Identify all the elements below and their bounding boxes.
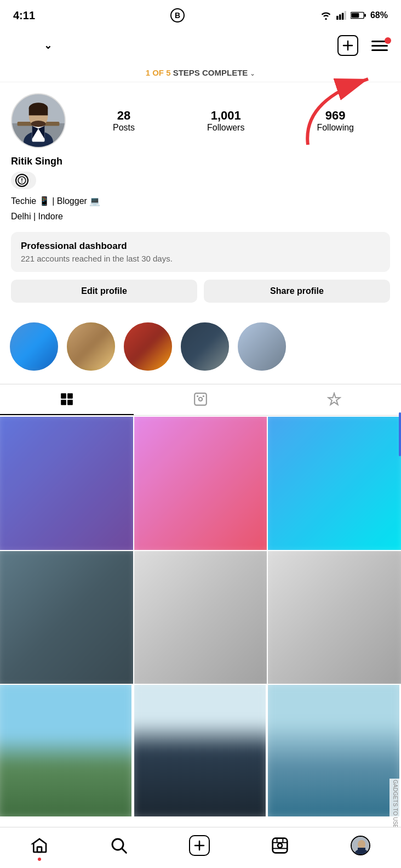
posts-label: Posts	[113, 123, 135, 132]
highlight-circle-3	[124, 322, 172, 371]
profile-info: Ritik Singh Techie 📱 | Blogger 💻 Delhi |…	[11, 156, 390, 223]
posts-stat[interactable]: 28 Posts	[113, 109, 135, 133]
status-time: 4:11	[13, 9, 35, 22]
pro-dashboard[interactable]: Professional dashboard 221 accounts reac…	[11, 232, 390, 272]
signal-icon	[336, 11, 346, 20]
tab-reels[interactable]	[134, 384, 267, 415]
bottom-nav	[0, 827, 401, 868]
bio-line-2: Delhi | Indore	[11, 210, 390, 223]
menu-button[interactable]	[369, 38, 390, 53]
wifi-icon	[320, 11, 332, 20]
profile-top: 28 Posts 1,001 Followers 969 Following	[11, 93, 390, 148]
highlight-item-5[interactable]	[238, 322, 286, 371]
bio-line-1: Techie 📱 | Blogger 💻	[11, 195, 390, 208]
profile-avatar-nav	[351, 836, 370, 855]
svg-rect-3	[345, 11, 346, 20]
highlight-item-3[interactable]	[124, 322, 172, 371]
new-post-button[interactable]	[335, 33, 360, 58]
highlight-item-1[interactable]	[10, 322, 58, 371]
grid-tabs	[0, 384, 401, 416]
nav-search[interactable]	[104, 835, 134, 856]
status-right: 68%	[320, 10, 388, 20]
svg-point-28	[203, 395, 204, 397]
profile-name: Ritik Singh	[11, 156, 390, 167]
nav-home[interactable]	[24, 835, 55, 856]
edit-profile-button[interactable]: Edit profile	[11, 280, 197, 303]
svg-rect-24	[67, 400, 73, 405]
grid-item-3[interactable]	[268, 417, 401, 550]
profile-section: 28 Posts 1,001 Followers 969 Following R…	[0, 82, 401, 320]
highlight-circle-2	[67, 322, 115, 371]
svg-point-35	[278, 843, 282, 848]
steps-banner[interactable]: 1 OF 5 STEPS COMPLETE⌄	[0, 63, 401, 82]
svg-point-41	[358, 840, 365, 849]
status-bar: 4:11 B 68%	[0, 0, 401, 29]
new-post-icon	[337, 35, 358, 56]
highlight-item-2[interactable]	[67, 322, 115, 371]
svg-line-31	[122, 848, 126, 853]
steps-text: STEPS COMPLETE	[171, 68, 248, 77]
photo-grid	[0, 417, 401, 816]
action-buttons: Edit profile Share profile	[11, 280, 390, 303]
home-active-dot	[38, 858, 41, 861]
scroll-indicator	[399, 412, 401, 456]
grid-item-1[interactable]	[0, 417, 133, 550]
battery-percent: 68%	[370, 10, 388, 20]
grid-item-6[interactable]	[268, 551, 401, 684]
highlights-row	[5, 320, 396, 375]
grid-item-7[interactable]	[0, 685, 131, 816]
followers-label: Followers	[207, 123, 244, 132]
following-label: Following	[317, 123, 354, 132]
svg-rect-34	[273, 838, 288, 853]
nav-profile[interactable]	[344, 833, 377, 858]
svg-rect-23	[61, 400, 66, 405]
home-icon	[31, 837, 48, 854]
svg-rect-0	[336, 16, 339, 20]
reels-icon	[271, 837, 289, 854]
svg-rect-1	[339, 14, 341, 20]
tab-tagged[interactable]	[267, 384, 401, 415]
threads-badge[interactable]	[11, 172, 36, 189]
grid-item-5[interactable]	[134, 551, 267, 684]
watermark: GADGETS TO USE	[389, 779, 401, 830]
svg-rect-5	[364, 14, 366, 17]
pro-dashboard-title: Professional dashboard	[21, 241, 380, 252]
steps-chevron: ⌄	[250, 70, 255, 77]
svg-rect-6	[351, 13, 359, 18]
grid-item-9[interactable]	[268, 685, 399, 816]
steps-highlight: 1 OF 5	[146, 68, 171, 77]
share-profile-button[interactable]: Share profile	[204, 280, 390, 303]
svg-rect-25	[194, 393, 207, 405]
following-stat[interactable]: 969 Following	[317, 109, 354, 133]
followers-stat[interactable]: 1,001 Followers	[207, 109, 244, 133]
chevron-down-icon: ⌄	[44, 39, 52, 52]
highlights-section	[0, 320, 401, 375]
top-nav-right	[335, 33, 390, 58]
stats-row: 28 Posts 1,001 Followers 969 Following	[77, 109, 390, 133]
grid-item-8[interactable]	[134, 685, 266, 816]
nav-reels[interactable]	[265, 835, 295, 856]
tab-grid[interactable]	[0, 384, 134, 415]
highlight-circle-4	[181, 322, 229, 371]
svg-point-26	[199, 398, 203, 401]
svg-point-18	[31, 121, 46, 127]
svg-rect-43	[358, 848, 365, 854]
search-icon	[110, 837, 128, 854]
highlight-circle-5	[238, 322, 286, 371]
followers-count: 1,001	[207, 109, 244, 123]
top-nav: ⌄	[0, 29, 401, 63]
account-dropdown[interactable]: ⌄	[11, 39, 52, 52]
avatar-wrapper[interactable]	[11, 93, 66, 148]
grid-item-4[interactable]	[0, 551, 133, 684]
posts-count: 28	[113, 109, 135, 123]
svg-point-27	[197, 395, 198, 397]
notification-dot	[385, 37, 391, 44]
svg-rect-21	[61, 393, 66, 399]
grid-item-2[interactable]	[134, 417, 267, 550]
nav-create[interactable]	[182, 833, 216, 858]
svg-rect-29	[37, 847, 42, 852]
b-icon: B	[170, 8, 185, 22]
svg-rect-17	[29, 108, 48, 115]
highlight-circle-1	[10, 322, 58, 371]
highlight-item-4[interactable]	[181, 322, 229, 371]
